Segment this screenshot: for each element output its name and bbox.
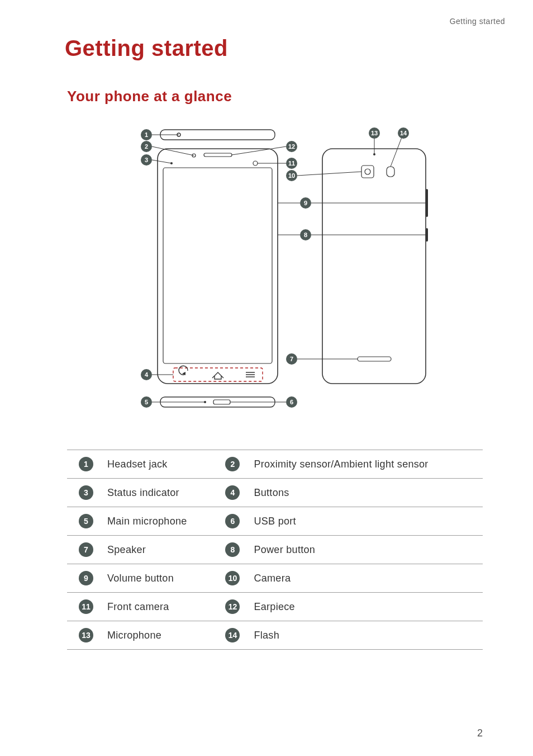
svg-text:6: 6: [290, 399, 293, 405]
part-number: 3: [67, 479, 105, 507]
part-number: 4: [213, 479, 251, 507]
svg-rect-17: [358, 357, 391, 361]
part-number: 7: [67, 536, 105, 564]
part-label: Power button: [251, 536, 483, 564]
svg-rect-3: [158, 149, 278, 384]
part-number: 9: [67, 564, 105, 593]
part-label: USB port: [251, 507, 483, 536]
section-subtitle: Your phone at a glance: [67, 88, 483, 105]
svg-line-34: [232, 147, 286, 155]
part-number: 6: [213, 507, 251, 536]
page-title: Getting started: [65, 36, 483, 61]
phone-diagram: 1 2 3 4 5 12 11 10 9: [107, 122, 442, 435]
part-number: 14: [213, 621, 251, 650]
breadcrumb: Getting started: [67, 17, 505, 26]
part-number: 13: [67, 621, 105, 650]
svg-rect-4: [163, 168, 272, 363]
part-number: 5: [67, 507, 105, 536]
part-label: Speaker: [105, 536, 213, 564]
svg-text:12: 12: [288, 143, 295, 150]
table-row: 13Microphone14Flash: [67, 621, 483, 650]
part-label: Buttons: [251, 479, 483, 507]
table-row: 9Volume button10Camera: [67, 564, 483, 593]
svg-rect-5: [204, 153, 232, 157]
part-number: 10: [213, 564, 251, 593]
part-label: Flash: [251, 621, 483, 650]
svg-rect-16: [426, 228, 428, 242]
table-row: 7Speaker8Power button: [67, 536, 483, 564]
svg-text:4: 4: [145, 371, 149, 378]
svg-text:8: 8: [304, 231, 307, 238]
part-label: Microphone: [105, 621, 213, 650]
table-row: 3Status indicator4Buttons: [67, 479, 483, 507]
svg-rect-13: [322, 149, 426, 384]
svg-line-28: [152, 160, 172, 163]
svg-text:10: 10: [288, 172, 295, 179]
table-row: 5Main microphone6USB port: [67, 507, 483, 536]
table-row: 11Front camera12Earpiece: [67, 593, 483, 621]
svg-text:14: 14: [400, 130, 407, 136]
svg-text:11: 11: [288, 160, 295, 167]
part-label: Proximity sensor/Ambient light sensor: [251, 450, 483, 479]
parts-legend-table: 1Headset jack2Proximity sensor/Ambient l…: [67, 450, 483, 650]
part-number: 11: [67, 593, 105, 621]
svg-text:13: 13: [371, 130, 378, 136]
part-number: 1: [67, 450, 105, 479]
part-label: Main microphone: [105, 507, 213, 536]
svg-text:2: 2: [145, 143, 148, 150]
svg-text:5: 5: [145, 399, 148, 405]
part-number: 8: [213, 536, 251, 564]
table-row: 1Headset jack2Proximity sensor/Ambient l…: [67, 450, 483, 479]
svg-point-8: [253, 161, 258, 166]
part-number: 12: [213, 593, 251, 621]
svg-line-38: [297, 172, 361, 176]
part-label: Headset jack: [105, 450, 213, 479]
svg-rect-12: [213, 400, 230, 404]
svg-text:9: 9: [304, 200, 307, 206]
svg-text:3: 3: [145, 157, 148, 163]
svg-text:7: 7: [290, 356, 293, 362]
part-number: 2: [213, 450, 251, 479]
svg-rect-18: [361, 166, 374, 178]
svg-rect-20: [387, 167, 394, 177]
part-label: Earpiece: [251, 593, 483, 621]
part-label: Camera: [251, 564, 483, 593]
svg-point-19: [365, 169, 370, 174]
part-label: Front camera: [105, 593, 213, 621]
svg-rect-15: [426, 189, 428, 217]
part-label: Volume button: [105, 564, 213, 593]
part-label: Status indicator: [105, 479, 213, 507]
svg-text:1: 1: [145, 131, 148, 138]
page-number: 2: [477, 727, 483, 739]
